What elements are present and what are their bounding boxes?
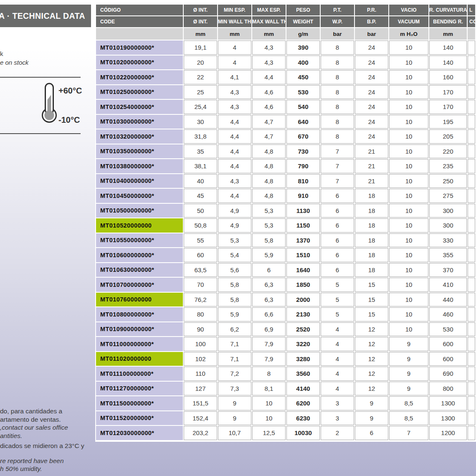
empty-cell [468, 218, 475, 233]
value-cell: 10 [389, 204, 428, 218]
column-header: B.P. [355, 16, 388, 27]
code-cell: MT011270000000* [96, 382, 183, 396]
value-cell: 3 [321, 411, 354, 425]
value-cell: 18 [355, 189, 388, 203]
value-cell: 24 [355, 70, 388, 84]
value-cell: 5,4 [218, 248, 251, 262]
value-cell: 5,9 [218, 307, 251, 322]
value-cell: 127 [184, 382, 217, 396]
table-head: CÓDIGOØ INT.MIN ESP.MAX ESP.PESOP.T.P.R.… [96, 5, 475, 40]
value-cell: 18 [355, 204, 388, 218]
value-cell: 300 [429, 218, 467, 233]
column-header: VACIO [389, 5, 428, 15]
value-cell: 25,4 [184, 100, 217, 114]
empty-cell [468, 100, 475, 114]
footnote-line: dicados se midieron a 23°C y [0, 442, 94, 450]
code-cell: MT010450000000* [96, 189, 183, 203]
value-cell: 203,2 [184, 426, 217, 440]
value-cell: 10 [389, 100, 428, 114]
value-cell: 38,1 [184, 159, 217, 173]
value-cell: 102 [184, 352, 217, 366]
value-cell: 600 [429, 337, 467, 351]
value-cell: 5,3 [218, 233, 251, 248]
value-cell: 7,9 [252, 352, 286, 366]
value-cell: 90 [184, 322, 217, 337]
column-header: PESO [286, 5, 320, 15]
value-cell: 5,3 [252, 218, 286, 233]
column-header: MAX ESP. [252, 5, 286, 15]
table-row: MT0110200000001027,17,932804129600 [96, 352, 475, 366]
value-cell: 7,2 [218, 367, 251, 381]
value-cell: 50,8 [184, 218, 217, 233]
value-cell: 24 [355, 41, 388, 55]
header-row-es: CÓDIGOØ INT.MIN ESP.MAX ESP.PESOP.T.P.R.… [96, 5, 475, 15]
value-cell: 140 [429, 41, 467, 55]
value-cell: 6,6 [252, 307, 286, 322]
empty-cell [468, 367, 475, 381]
value-cell: 600 [429, 352, 467, 366]
table-row: MT010400000000*404,34,881072110250 [96, 174, 475, 188]
value-cell: 440 [429, 293, 467, 307]
value-cell: 810 [286, 174, 320, 188]
unit-cell [468, 28, 475, 40]
code-cell: MT010900000000* [96, 322, 183, 337]
value-cell: 152,4 [184, 411, 217, 425]
table-row: MT01052000000050,84,95,3115061810300 [96, 218, 475, 233]
value-cell: 4,4 [218, 144, 251, 159]
value-cell: 4 [321, 382, 354, 396]
value-cell: 7 [321, 144, 354, 159]
column-header: Ø INT. [184, 16, 217, 27]
value-cell: 7,9 [252, 337, 286, 351]
column-header: MIN ESP. [218, 5, 251, 15]
section-title: ICA · TECHNICAL DATA [0, 11, 85, 21]
value-cell: 10 [389, 278, 428, 292]
value-cell: 6 [321, 263, 354, 277]
value-cell: 410 [429, 278, 467, 292]
value-cell: 35 [184, 144, 217, 159]
value-cell: 6 [321, 248, 354, 262]
value-cell: 76,2 [184, 293, 217, 307]
table-row: MT010350000000*354,44,873072110220 [96, 144, 475, 159]
value-cell: 4,7 [252, 129, 286, 144]
value-cell: 4,4 [218, 115, 251, 129]
code-cell: MT010800000000* [96, 307, 183, 322]
value-cell: 7,3 [218, 382, 251, 396]
value-cell: 25 [184, 85, 217, 99]
value-cell: 790 [286, 159, 320, 173]
value-cell: 4,4 [218, 159, 251, 173]
empty-cell [468, 307, 475, 322]
value-cell: 8,1 [252, 382, 286, 396]
code-cell: MT012030000000* [96, 426, 183, 440]
value-cell: 5,6 [218, 263, 251, 277]
value-cell: 10 [389, 174, 428, 188]
value-cell: 31,8 [184, 129, 217, 144]
value-cell: 15 [355, 307, 388, 322]
value-cell: 12 [355, 382, 388, 396]
value-cell: 9 [218, 411, 251, 425]
table-row: MT010600000000*605,45,9151061810355 [96, 248, 475, 262]
value-cell: 400 [286, 56, 320, 70]
value-cell: 6230 [286, 411, 320, 425]
value-cell: 15 [355, 278, 388, 292]
value-cell: 5,8 [218, 278, 251, 292]
code-cell: MT011520000000* [96, 411, 183, 425]
value-cell: 3 [321, 396, 354, 410]
column-header: CODE [96, 16, 183, 27]
value-cell: 530 [286, 85, 320, 99]
table-row: MT011500000000*151,59106200398,51300 [96, 396, 475, 410]
empty-cell [468, 278, 475, 292]
unit-cell: mm [184, 28, 217, 40]
value-cell: 4,9 [218, 204, 251, 218]
value-cell: 6 [321, 233, 354, 248]
empty-cell [468, 337, 475, 351]
value-cell: 45 [184, 189, 217, 203]
value-cell: 6 [321, 189, 354, 203]
empty-cell [468, 189, 475, 203]
table-row: MT010380000000*38,14,44,879072110235 [96, 159, 475, 173]
value-cell: 15 [355, 293, 388, 307]
technical-data-table: CÓDIGOØ INT.MIN ESP.MAX ESP.PESOP.T.P.R.… [95, 4, 476, 442]
empty-cell [468, 174, 475, 188]
code-cell: MT010190000000* [96, 41, 183, 55]
section-title-band: ICA · TECHNICAL DATA [0, 5, 91, 27]
empty-cell [468, 382, 475, 396]
